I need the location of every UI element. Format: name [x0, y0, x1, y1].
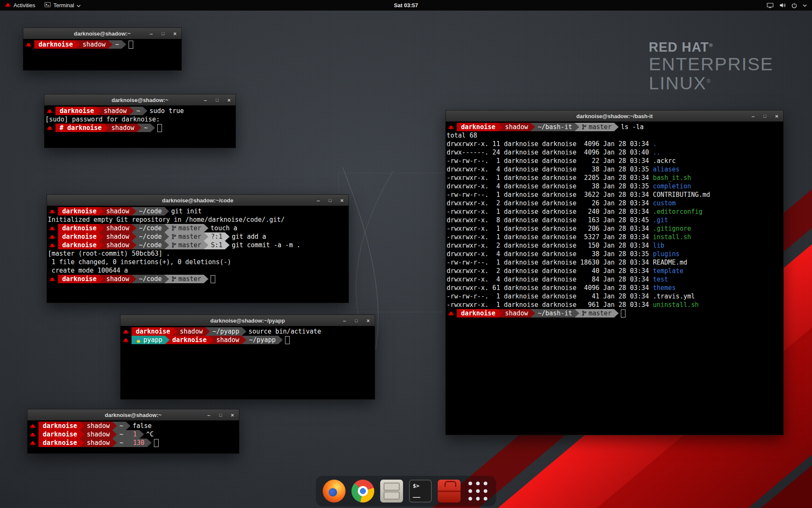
app-menu-terminal[interactable]: Terminal: [40, 0, 85, 11]
window-minimize-button[interactable]: –: [750, 113, 756, 119]
window-title: darknoise@shadow:~/bash-it: [576, 113, 653, 119]
prompt-segment-host: shadow: [498, 309, 535, 318]
git-branch-icon: [582, 124, 587, 130]
output-text: -rw-rw-r--. 1 darknoise darknoise 18630 …: [447, 259, 653, 266]
prompt-segment-host: shadow: [99, 224, 136, 232]
prompt-segment-host: shadow: [498, 123, 535, 131]
terminal-line: -rwxrwxr-x. 1 darknoise darknoise 240 Ja…: [447, 207, 782, 216]
activities-label: Activities: [14, 2, 35, 8]
output-text: drwxrwxr-x. 11 darknoise darknoise 4096 …: [447, 140, 653, 148]
terminal-window[interactable]: darknoise@shadow:~/code–□×darknoiseshado…: [47, 194, 349, 303]
window-titlebar[interactable]: darknoise@shadow:~–□×: [23, 28, 181, 39]
window-titlebar[interactable]: darknoise@shadow:~/pyapp–□×: [121, 315, 375, 326]
power-icon[interactable]: [791, 3, 797, 8]
terminal-body[interactable]: darknoiseshadow~: [23, 39, 181, 70]
terminal-body[interactable]: darknoiseshadow~/bash-itmasterls -latota…: [446, 121, 783, 435]
window-maximize-button[interactable]: □: [327, 198, 333, 203]
window-titlebar[interactable]: darknoise@shadow:~–□×: [27, 409, 239, 421]
prompt-segment-host: shadow: [209, 336, 246, 344]
terminal-app-icon: [44, 2, 51, 8]
window-minimize-button[interactable]: –: [148, 31, 154, 36]
window-close-button[interactable]: ×: [365, 318, 371, 323]
window-title: darknoise@shadow:~: [112, 97, 168, 103]
prompt-segment-path: ~/code: [132, 224, 169, 232]
terminal-line: -rw-rw-r--. 1 darknoise darknoise 41 Jan…: [447, 292, 782, 301]
prompt-segment-host: shadow: [96, 107, 134, 115]
git-branch-icon: [582, 310, 587, 316]
command-text: git commit -a -m .: [232, 241, 301, 249]
git-branch-icon: [172, 242, 176, 248]
terminal-window[interactable]: darknoise@shadow:~/pyapp–□×darknoiseshad…: [120, 315, 375, 400]
system-status-area: [767, 0, 812, 11]
window-maximize-button[interactable]: □: [762, 114, 768, 119]
window-minimize-button[interactable]: –: [315, 198, 321, 203]
terminal-body[interactable]: darknoiseshadow~/pyappsource bin/activat…: [121, 326, 375, 399]
dock-toolbox-icon[interactable]: [438, 480, 461, 502]
redhat-icon: [30, 440, 36, 445]
window-close-button[interactable]: ×: [172, 31, 178, 36]
dock-chrome-icon[interactable]: [351, 480, 374, 502]
dock-app-grid-icon[interactable]: [466, 480, 489, 502]
terminal-line: -rwxrwxr-x. 1 darknoise darknoise 206 Ja…: [447, 224, 782, 233]
window-maximize-button[interactable]: □: [160, 31, 166, 36]
prompt-segment-host: shadow: [99, 232, 136, 241]
dock-firefox-icon[interactable]: [323, 480, 346, 502]
prompt-segment-user: # darknoise: [55, 124, 109, 132]
terminal-line: Initialized empty Git repository in /hom…: [48, 215, 348, 224]
prompt-segment-path: ~/pyapp: [205, 327, 246, 336]
terminal-line: darknoiseshadow~/codemasterS:1git commit…: [48, 241, 348, 249]
dock-terminal-icon[interactable]: [409, 480, 432, 502]
prompt-segment-user: darknoise: [38, 439, 84, 447]
window-titlebar[interactable]: darknoise@shadow:~/code–□×: [47, 195, 348, 206]
redhat-icon: [448, 311, 454, 316]
terminal-line: darknoiseshadow~sudo true: [45, 107, 235, 115]
window-titlebar[interactable]: darknoise@shadow:~–□×: [44, 94, 236, 106]
window-titlebar[interactable]: darknoise@shadow:~/bash-it–□×: [446, 110, 783, 122]
redhat-icon: [47, 108, 53, 113]
terminal-body[interactable]: darknoiseshadow~/codegit initInitialized…: [47, 206, 348, 303]
top-bar: Activities Terminal Sat 03:57: [0, 0, 812, 11]
activities-button[interactable]: Activities: [0, 0, 40, 11]
terminal-window[interactable]: darknoise@shadow:~–□×darknoiseshadow~fal…: [27, 409, 239, 454]
terminal-body[interactable]: darknoiseshadow~falsedarknoiseshadow~1^C…: [27, 420, 239, 453]
window-close-button[interactable]: ×: [226, 97, 232, 103]
dock-file-manager-icon[interactable]: [380, 480, 403, 502]
output-text: custom: [653, 199, 676, 207]
output-text: -rw-rw-r--. 1 darknoise darknoise 41 Jan…: [447, 293, 653, 300]
output-text: README.md: [653, 259, 687, 266]
chevron-down-icon[interactable]: [803, 4, 807, 7]
redhat-icon: [49, 209, 55, 214]
output-text: drwxrwxr-x. 2 darknoise darknoise 40 Jan…: [447, 267, 653, 275]
dock: [316, 476, 496, 506]
prompt-segment-path: ~/pyapp: [242, 336, 283, 344]
prompt-segment-host: shadow: [173, 327, 210, 336]
redhat-icon: [123, 329, 129, 334]
terminal-body[interactable]: darknoiseshadow~sudo true[sudo] password…: [44, 105, 236, 148]
terminal-cursor: [285, 336, 290, 344]
window-minimize-button[interactable]: –: [203, 97, 208, 103]
output-text: drwxrwxr-x. 2 darknoise darknoise 26 Jan…: [447, 199, 653, 207]
output-text: total 68: [447, 132, 477, 139]
window-minimize-button[interactable]: –: [206, 412, 211, 418]
window-maximize-button[interactable]: □: [354, 318, 359, 323]
prompt-segment-git: master: [165, 275, 208, 283]
window-close-button[interactable]: ×: [230, 412, 235, 418]
window-minimize-button[interactable]: –: [342, 318, 347, 323]
prompt-segment-git: master: [165, 241, 208, 249]
terminal-line: drwxrwxr-x. 4 darknoise darknoise 38 Jan…: [447, 165, 782, 174]
terminal-line: drwxrwxr-x. 4 darknoise darknoise 38 Jan…: [447, 250, 782, 258]
output-text: drwxrwxr-x. 4 darknoise darknoise 38 Jan…: [447, 166, 653, 173]
clock[interactable]: Sat 03:57: [394, 2, 418, 8]
volume-icon[interactable]: [779, 3, 786, 8]
window-maximize-button[interactable]: □: [214, 98, 220, 102]
window-close-button[interactable]: ×: [774, 113, 779, 119]
display-icon[interactable]: [767, 3, 774, 8]
window-close-button[interactable]: ×: [339, 198, 345, 203]
terminal-window[interactable]: darknoise@shadow:~–□×darknoiseshadow~sud…: [44, 94, 236, 148]
terminal-line: darknoiseshadow~/codegit init: [48, 207, 348, 215]
terminal-window[interactable]: darknoise@shadow:~–□×darknoiseshadow~: [23, 28, 182, 71]
terminal-window[interactable]: darknoise@shadow:~/bash-it–□×darknoisesh…: [445, 110, 784, 435]
window-maximize-button[interactable]: □: [218, 413, 223, 417]
terminal-line: -rw-rw-r--. 1 darknoise darknoise 18630 …: [447, 258, 782, 267]
prompt-segment-user: darknoise: [58, 232, 104, 241]
